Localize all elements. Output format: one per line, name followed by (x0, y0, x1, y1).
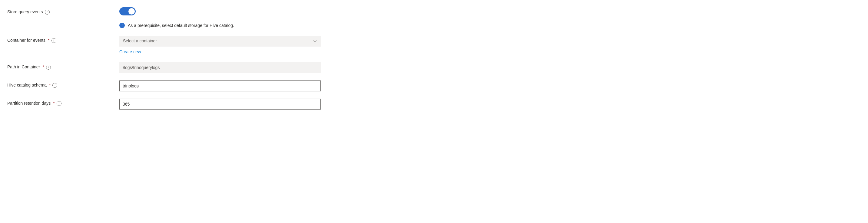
hive-catalog-schema-control-col (119, 81, 321, 91)
store-query-events-row: Store query events i i As a prerequisite… (7, 7, 861, 28)
required-mark: * (48, 37, 50, 43)
container-for-events-label-col: Container for events * i (7, 36, 119, 43)
partition-retention-label-col: Partition retention days * i (7, 99, 119, 106)
partition-retention-control-col (119, 99, 321, 109)
hive-catalog-schema-input[interactable] (119, 81, 321, 91)
container-for-events-row: Container for events * i Select a contai… (7, 36, 861, 55)
partition-retention-input[interactable] (119, 99, 321, 109)
container-for-events-control-col: Select a container Create new (119, 36, 321, 55)
container-select-placeholder: Select a container (123, 38, 157, 44)
container-for-events-label: Container for events (7, 37, 45, 43)
info-icon[interactable]: i (46, 65, 51, 70)
prerequisite-text: As a prerequisite, select default storag… (128, 23, 234, 29)
store-query-events-control-col: i As a prerequisite, select default stor… (119, 7, 321, 28)
path-in-container-input: /logs/trinoquerylogs (119, 62, 321, 73)
hive-catalog-schema-row: Hive catalog schema * i (7, 81, 861, 91)
toggle-thumb (128, 8, 135, 14)
hive-catalog-schema-label-col: Hive catalog schema * i (7, 81, 119, 88)
path-in-container-row: Path in Container * i /logs/trinoquerylo… (7, 62, 861, 73)
path-in-container-label-col: Path in Container * i (7, 62, 119, 70)
path-in-container-value: /logs/trinoquerylogs (123, 65, 160, 71)
info-icon[interactable]: i (45, 10, 50, 14)
hive-catalog-schema-label: Hive catalog schema (7, 82, 46, 88)
info-icon[interactable]: i (57, 101, 61, 106)
prerequisite-notice: i As a prerequisite, select default stor… (119, 23, 321, 29)
partition-retention-label: Partition retention days (7, 100, 51, 106)
partition-retention-row: Partition retention days * i (7, 99, 861, 109)
required-mark: * (53, 100, 55, 106)
store-query-events-label: Store query events (7, 9, 43, 15)
path-in-container-control-col: /logs/trinoquerylogs (119, 62, 321, 73)
info-icon[interactable]: i (52, 38, 56, 43)
create-new-link[interactable]: Create new (119, 49, 141, 55)
path-in-container-label: Path in Container (7, 64, 40, 70)
container-select[interactable]: Select a container (119, 36, 321, 46)
chevron-down-icon (313, 39, 317, 43)
store-query-events-toggle[interactable] (119, 7, 136, 15)
info-filled-icon: i (119, 23, 125, 28)
info-icon[interactable]: i (52, 83, 57, 88)
required-mark: * (49, 82, 51, 88)
store-query-events-label-col: Store query events i (7, 7, 119, 15)
required-mark: * (42, 64, 44, 70)
